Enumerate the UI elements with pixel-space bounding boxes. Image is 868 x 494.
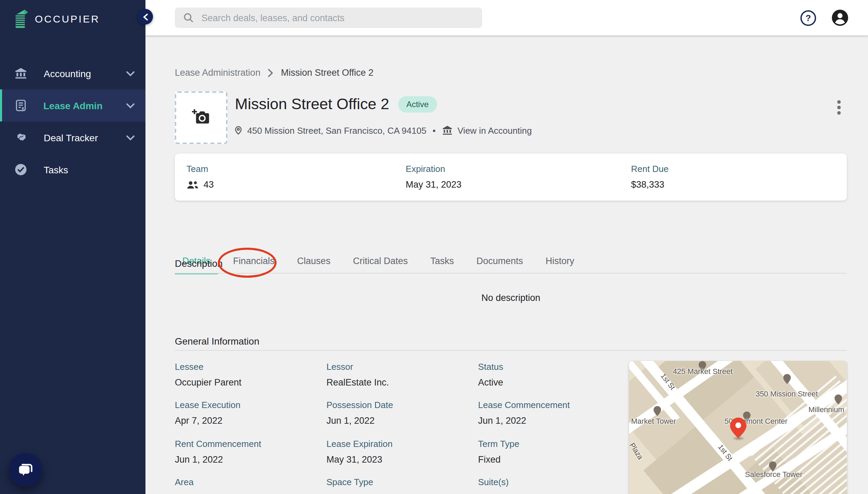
chat-widget-button[interactable]	[9, 453, 42, 486]
help-glyph: ?	[806, 13, 811, 23]
field-value: Jun 1, 2022	[326, 416, 471, 426]
account-icon[interactable]	[831, 9, 849, 27]
sidebar-item-accounting[interactable]: Accounting	[0, 57, 145, 89]
map-street-label: Plaza	[629, 441, 645, 461]
field-label: Lessor	[326, 362, 471, 372]
occupier-logo-icon	[14, 9, 29, 29]
people-icon	[186, 180, 199, 189]
tab-label: Tasks	[430, 256, 454, 266]
field-suites: Suite(s)	[478, 477, 623, 487]
chat-bubbles-icon	[17, 462, 34, 478]
field-label: Status	[478, 362, 623, 372]
sidebar-item-label: Lease Admin	[43, 100, 126, 111]
bank-icon	[14, 67, 30, 80]
main-content: Lease Administration Mission Street Offi…	[145, 35, 868, 494]
field-term-type: Term Type Fixed	[478, 439, 623, 465]
field-status: Status Active	[478, 362, 623, 388]
topbar: ?	[145, 0, 868, 36]
sidebar-item-lease-admin[interactable]: Lease Admin	[0, 89, 145, 121]
sidebar-item-tasks[interactable]: Tasks	[0, 154, 145, 186]
chevron-down-icon	[126, 135, 135, 140]
field-value: May 31, 2023	[326, 454, 471, 465]
summary-card: Team 43 Expiration May 31, 2023	[175, 154, 847, 201]
property-photo-placeholder[interactable]	[175, 91, 227, 144]
map-label: 425 Market Street	[673, 367, 733, 375]
breadcrumb-current: Mission Street Office 2	[281, 68, 374, 78]
tab-financials[interactable]: Financials	[226, 251, 282, 270]
tab-critical-dates[interactable]: Critical Dates	[346, 251, 416, 270]
divider	[175, 273, 847, 274]
tab-history[interactable]: History	[538, 251, 582, 270]
map-marker-icon	[835, 394, 842, 405]
rent-due-value: $38,333	[631, 179, 669, 190]
lease-document-icon	[14, 99, 30, 112]
screenshot-stage: OCCUPIER Accounting	[0, 0, 868, 494]
field-value: Apr 7, 2022	[175, 416, 320, 426]
field-value: Active	[478, 377, 623, 388]
chevron-down-icon	[126, 103, 135, 108]
field-label: Space Type	[326, 477, 471, 487]
team-value: 43	[186, 179, 214, 190]
team-column: Team 43	[186, 164, 214, 190]
rent-due-label: Rent Due	[631, 164, 669, 174]
field-area: Area	[175, 477, 320, 487]
field-label: Rent Commencement	[175, 439, 320, 449]
field-label: Lease Commencement	[478, 400, 623, 410]
map-marker-icon	[783, 374, 791, 384]
tab-clauses[interactable]: Clauses	[290, 251, 338, 270]
tab-label: Documents	[476, 256, 523, 266]
field-space-type: Space Type	[326, 477, 471, 487]
tab-label: History	[546, 256, 574, 266]
add-photo-icon	[192, 109, 210, 126]
divider	[175, 350, 847, 351]
view-in-accounting-link[interactable]: View in Accounting	[458, 125, 532, 135]
field-lease-commencement: Lease Commencement Jun 1, 2022	[478, 400, 623, 426]
map-label: 350 Mission Street	[756, 390, 818, 398]
expiration-label: Expiration	[406, 164, 462, 174]
field-value: Occupier Parent	[175, 377, 320, 388]
field-label: Possession Date	[326, 400, 471, 410]
description-empty-text: No description	[175, 293, 847, 303]
sidebar-collapse-button[interactable]	[137, 9, 153, 25]
expiration-column: Expiration May 31, 2023	[406, 164, 462, 190]
breadcrumb: Lease Administration Mission Street Offi…	[175, 68, 374, 78]
chevron-right-icon	[268, 69, 274, 77]
tab-tasks[interactable]: Tasks	[423, 251, 461, 270]
tab-documents[interactable]: Documents	[469, 251, 531, 270]
global-search[interactable]	[175, 8, 482, 28]
description-heading: Description	[175, 258, 223, 269]
more-options-button[interactable]	[836, 99, 842, 116]
map-marker-icon	[654, 406, 661, 416]
field-value: RealEstate Inc.	[326, 377, 471, 388]
page-title: Mission Street Office 2	[235, 96, 389, 113]
status-badge: Active	[398, 96, 437, 113]
sidebar-nav: Accounting Lease Admin	[0, 57, 145, 186]
address-text: 450 Mission Street, San Francisco, CA 94…	[247, 125, 426, 135]
chevron-down-icon	[126, 71, 135, 76]
breadcrumb-parent[interactable]: Lease Administration	[175, 68, 261, 78]
bank-icon	[442, 125, 453, 136]
field-label: Term Type	[478, 439, 623, 449]
app-window: OCCUPIER Accounting	[0, 0, 868, 494]
field-value: Jun 1, 2022	[478, 416, 623, 426]
sidebar-item-deal-tracker[interactable]: Deal Tracker	[0, 121, 145, 154]
team-label: Team	[186, 164, 214, 174]
search-icon	[183, 12, 194, 23]
location-pin-icon	[234, 126, 243, 135]
sidebar-item-label: Tasks	[44, 164, 135, 175]
chevron-left-icon	[142, 13, 148, 20]
tab-label: Financials	[233, 256, 275, 266]
field-value: Jun 1, 2022	[175, 454, 320, 465]
tab-label: Clauses	[297, 256, 331, 266]
field-lease-expiration: Lease Expiration May 31, 2023	[326, 439, 471, 465]
map-label: Salesforce Tower	[745, 470, 802, 478]
field-label: Lessee	[175, 362, 320, 372]
search-input[interactable]	[200, 12, 474, 24]
field-lessee: Lessee Occupier Parent	[175, 362, 320, 388]
tab-label: Critical Dates	[353, 256, 408, 266]
address-row: 450 Mission Street, San Francisco, CA 94…	[234, 125, 532, 136]
help-icon[interactable]: ?	[800, 10, 816, 26]
location-map[interactable]: 425 Market Street 350 Mission Street Mil…	[629, 361, 847, 494]
field-label: Suite(s)	[478, 477, 623, 487]
brand: OCCUPIER	[0, 0, 145, 29]
